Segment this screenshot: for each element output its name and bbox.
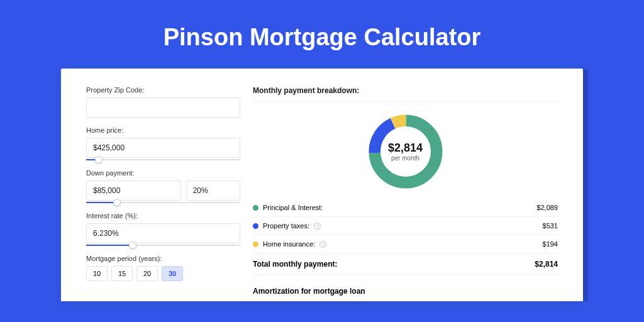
home-price-slider[interactable] <box>86 159 240 160</box>
donut-chart: $2,814 per month <box>365 111 447 192</box>
down-payment-slider-thumb[interactable] <box>113 199 121 206</box>
page-title: Pinson Mortgage Calculator <box>164 24 481 51</box>
info-icon[interactable]: ? <box>319 241 326 248</box>
line-item-2: Home insurance:?$194 <box>253 235 558 253</box>
breakdown-title: Monthly payment breakdown: <box>253 86 558 102</box>
line-item-1: Property taxes:?$531 <box>253 217 558 235</box>
donut-center: $2,814 per month <box>365 111 447 192</box>
home-price-slider-thumb[interactable] <box>95 156 103 164</box>
interest-label: Interest rate (%): <box>86 212 240 219</box>
total-value: $2,814 <box>535 260 558 269</box>
total-row: Total monthly payment: $2,814 <box>253 253 558 275</box>
interest-slider[interactable] <box>86 245 240 246</box>
down-payment-slider-fill <box>86 202 117 203</box>
total-label: Total monthly payment: <box>253 260 337 269</box>
down-payment-group: Down payment: <box>86 169 240 203</box>
form-panel: Property Zip Code: Home price: Down paym… <box>86 86 240 301</box>
info-icon[interactable]: ? <box>314 223 321 230</box>
page-root: Pinson Mortgage Calculator Property Zip … <box>0 0 644 322</box>
line-item-value-0: $2,089 <box>536 204 558 211</box>
line-item-value-1: $531 <box>543 222 558 230</box>
home-price-input[interactable] <box>86 138 240 158</box>
line-item-dot-2 <box>253 242 258 247</box>
breakdown-panel: Monthly payment breakdown: $2,814 per mo… <box>253 86 558 301</box>
donut-wrap: $2,814 per month <box>253 111 558 192</box>
down-payment-input[interactable] <box>86 180 181 201</box>
interest-input[interactable] <box>86 223 240 243</box>
period-option-20[interactable]: 20 <box>136 266 158 281</box>
period-option-10[interactable]: 10 <box>86 266 108 281</box>
donut-amount: $2,814 <box>388 142 423 155</box>
amortization-title: Amortization for mortgage loan <box>253 287 558 296</box>
down-payment-pct-input[interactable] <box>186 180 240 201</box>
period-option-15[interactable]: 15 <box>111 266 133 281</box>
period-label: Mortgage period (years): <box>86 255 240 262</box>
home-price-label: Home price: <box>86 126 240 134</box>
zip-label: Property Zip Code: <box>86 86 240 94</box>
home-price-group: Home price: <box>86 126 240 160</box>
line-item-0: Principal & Interest:$2,089 <box>253 199 558 217</box>
zip-input[interactable] <box>86 97 240 118</box>
line-item-label-2: Home insurance: <box>263 240 315 248</box>
line-item-label-0: Principal & Interest: <box>263 204 323 211</box>
down-payment-slider[interactable] <box>86 202 240 203</box>
interest-group: Interest rate (%): <box>86 212 240 246</box>
donut-sub: per month <box>391 155 419 162</box>
period-option-30[interactable]: 30 <box>162 266 183 281</box>
period-options: 10152030 <box>86 266 240 281</box>
calculator-card: Property Zip Code: Home price: Down paym… <box>61 69 583 301</box>
zip-group: Property Zip Code: <box>86 86 240 118</box>
line-item-dot-0 <box>253 205 258 211</box>
interest-slider-fill <box>86 245 133 246</box>
line-items: Principal & Interest:$2,089Property taxe… <box>253 199 558 253</box>
line-item-value-2: $194 <box>543 240 558 248</box>
line-item-label-1: Property taxes: <box>263 222 309 230</box>
line-item-dot-1 <box>253 223 258 229</box>
down-payment-label: Down payment: <box>86 169 240 177</box>
interest-slider-thumb[interactable] <box>129 242 136 249</box>
period-group: Mortgage period (years): 10152030 <box>86 255 240 281</box>
